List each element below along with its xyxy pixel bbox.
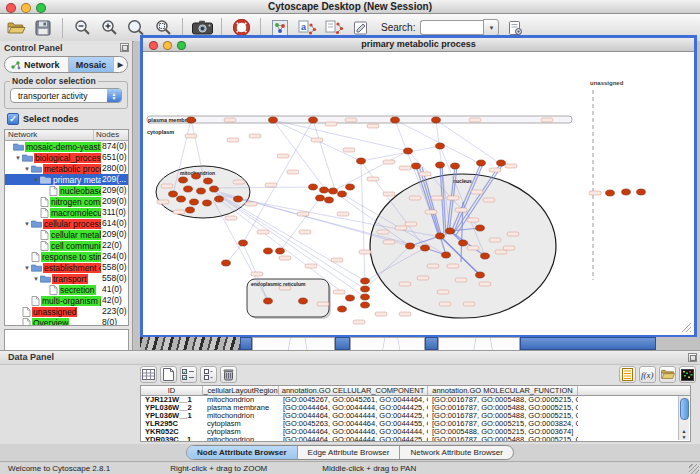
graph-node[interactable]	[442, 252, 451, 258]
scrollbar-thumb[interactable]	[680, 398, 689, 420]
formula-builder-button[interactable]: f(x)	[639, 366, 656, 383]
cell-cellular-component[interactable]: [GO:0044464, GO:0044446, GO:0044444, G..…	[279, 428, 428, 436]
tree-row[interactable]: ▼biological_process651(0)	[5, 152, 128, 163]
tree-row[interactable]: nucleobase-209(0)	[5, 185, 128, 196]
table-row[interactable]: YPL036W__2plasma membrane[GO:0044464, GO…	[141, 404, 690, 412]
table-row[interactable]: YKR052Ccytoplasm[GO:0044464, GO:0044446,…	[141, 428, 690, 436]
table-row[interactable]: YPL036W__1mitochondrion[GO:0044464, GO:0…	[141, 412, 690, 420]
graph-node[interactable]	[357, 158, 366, 164]
cell-region[interactable]: mitochondrion	[203, 436, 279, 442]
delete-attribute-button[interactable]	[220, 366, 237, 383]
float-data-panel-icon[interactable]	[688, 353, 697, 362]
save-session-button[interactable]	[32, 17, 54, 39]
tree-row[interactable]: ▼establishment of lo558(0)	[5, 262, 128, 273]
graph-node[interactable]	[432, 117, 441, 123]
graph-node[interactable]	[187, 117, 196, 123]
graph-node[interactable]	[421, 245, 430, 251]
table-scrollbar[interactable]: ▲▼	[678, 396, 689, 440]
graph-node[interactable]	[184, 186, 193, 192]
select-nodes-checkbox[interactable]: ✓	[7, 113, 19, 125]
cell-id[interactable]: YJR121W__1	[141, 396, 203, 404]
network-canvas[interactable]: plasma membrane cytoplasm mitochondrion …	[143, 52, 694, 335]
cell-id[interactable]: YPL036W__2	[141, 404, 203, 412]
select-nodes-option[interactable]: ✓ Select nodes	[7, 113, 79, 125]
cell-cellular-component[interactable]: [GO:0045267, GO:0045261, GO:0044464, G..…	[279, 396, 428, 404]
graph-node[interactable]	[338, 306, 347, 312]
graph-node[interactable]	[316, 195, 325, 201]
background-window-edge[interactable]	[335, 337, 350, 350]
expand-triangle-icon[interactable]: ▼	[32, 276, 40, 282]
cell-molecular-function[interactable]: [GO:0005488, GO:0005215, GO:0003674]	[428, 428, 578, 436]
graph-node[interactable]	[210, 186, 219, 192]
cell-region[interactable]: cytoplasm	[203, 420, 279, 428]
tree-row[interactable]: mosaic-demo-yeast874(0)	[5, 141, 128, 152]
cell-molecular-function[interactable]: [GO:0016787, GO:0005215, GO:0003824, G..…	[428, 420, 578, 428]
column-header-cellular-component[interactable]: annotation.GO CELLULAR_COMPONENT	[279, 386, 428, 395]
table-row[interactable]: YLR295Ccytoplasm[GO:0045263, GO:0044464,…	[141, 420, 690, 428]
table-row[interactable]: YDR039C__1mitochondrion[GO:0044464, GO:0…	[141, 436, 690, 442]
graph-node[interactable]	[309, 117, 318, 123]
graph-node[interactable]	[361, 302, 370, 308]
graph-node[interactable]	[169, 191, 178, 197]
graph-node[interactable]	[338, 191, 347, 197]
tab-edge-attribute-browser[interactable]: Edge Attribute Browser	[298, 446, 401, 459]
cell-region[interactable]: mitochondrion	[203, 396, 279, 404]
graph-node[interactable]	[179, 177, 188, 183]
node-color-dropdown[interactable]: transporter activity ▲▼	[10, 88, 122, 103]
cell-id[interactable]: YKR052C	[141, 428, 203, 436]
background-window-canvas[interactable]	[350, 337, 425, 350]
graph-node[interactable]	[436, 233, 445, 239]
graph-node[interactable]	[177, 196, 186, 202]
graph-node[interactable]	[637, 189, 646, 195]
graph-node[interactable]	[451, 163, 460, 169]
graph-node[interactable]	[436, 143, 445, 149]
graph-node[interactable]	[204, 178, 213, 184]
cell-molecular-function[interactable]: [GO:0016787, GO:0005488, GO:0005215, G..…	[428, 412, 578, 420]
background-window-canvas[interactable]	[252, 337, 335, 350]
tree-row[interactable]: ▼primary metabo209(...	[5, 174, 128, 185]
tree-row[interactable]: Overview8(0)	[5, 317, 128, 326]
cell-molecular-function[interactable]: [GO:0016787, GO:0005488, GO:0005215, G..…	[428, 404, 578, 412]
graph-node[interactable]	[320, 187, 329, 193]
graph-node[interactable]	[192, 173, 201, 179]
expand-triangle-icon[interactable]: ▼	[23, 166, 31, 172]
graph-node[interactable]	[197, 188, 206, 194]
graph-node[interactable]	[406, 243, 415, 249]
column-header-id[interactable]: ID	[141, 386, 203, 395]
graph-edge[interactable]	[213, 200, 268, 301]
unselect-attributes-button[interactable]	[200, 366, 217, 383]
tree-row[interactable]: unassigned223(0)	[5, 306, 128, 317]
cell-molecular-function[interactable]: [GO:0016787, GO:0005488, GO:0005215, G..…	[428, 436, 578, 442]
zoom-in-button[interactable]	[98, 17, 120, 39]
background-window-titlebar[interactable]	[520, 337, 656, 350]
cell-cellular-component[interactable]: [GO:0044464, GO:0044444, GO:0044425, G..…	[279, 412, 428, 420]
matrix-view-button[interactable]	[679, 366, 696, 383]
attribute-grid-button[interactable]	[140, 366, 157, 383]
column-header-molecular-function[interactable]: annotation.GO MOLECULAR_FUNCTION	[428, 386, 578, 395]
graph-node[interactable]	[222, 260, 231, 266]
background-window-edge[interactable]	[240, 337, 252, 350]
tree-row[interactable]: cellular metabol209(0)	[5, 229, 128, 240]
cell-id[interactable]: YPL036W__1	[141, 412, 203, 420]
scrollbar-arrows[interactable]: ▲▼	[679, 428, 689, 440]
graph-node[interactable]	[309, 184, 318, 190]
graph-edge[interactable]	[215, 192, 365, 281]
cell-cellular-component[interactable]: [GO:0044464, GO:0044444, GO:0044425, G..…	[279, 436, 428, 442]
cell-cellular-component[interactable]: [GO:0044464, GO:0044444, GO:0044425, G..…	[279, 404, 428, 412]
graph-node[interactable]	[325, 197, 334, 203]
graph-node[interactable]	[361, 278, 370, 284]
graph-node[interactable]	[476, 225, 485, 231]
column-header-region[interactable]: _cellularLayoutRegion	[203, 386, 279, 395]
table-row[interactable]: YJR121W__1mitochondrion[GO:0045267, GO:0…	[141, 396, 690, 404]
graph-node[interactable]	[476, 272, 485, 278]
graph-edge[interactable]	[361, 146, 440, 161]
tree-row[interactable]: multi-organism pro42(0)	[5, 295, 128, 306]
tree-row[interactable]: secretion41(0)	[5, 284, 128, 295]
app-titlebar[interactable]: Cytoscape Desktop (New Session)	[0, 0, 700, 14]
tree-row[interactable]: response to stimulu264(0)	[5, 251, 128, 262]
graph-node[interactable]	[346, 184, 355, 190]
cell-id[interactable]: YLR295C	[141, 420, 203, 428]
background-window-canvas[interactable]	[438, 337, 520, 350]
graph-edge[interactable]	[333, 151, 408, 191]
float-panel-icon[interactable]	[120, 43, 129, 52]
